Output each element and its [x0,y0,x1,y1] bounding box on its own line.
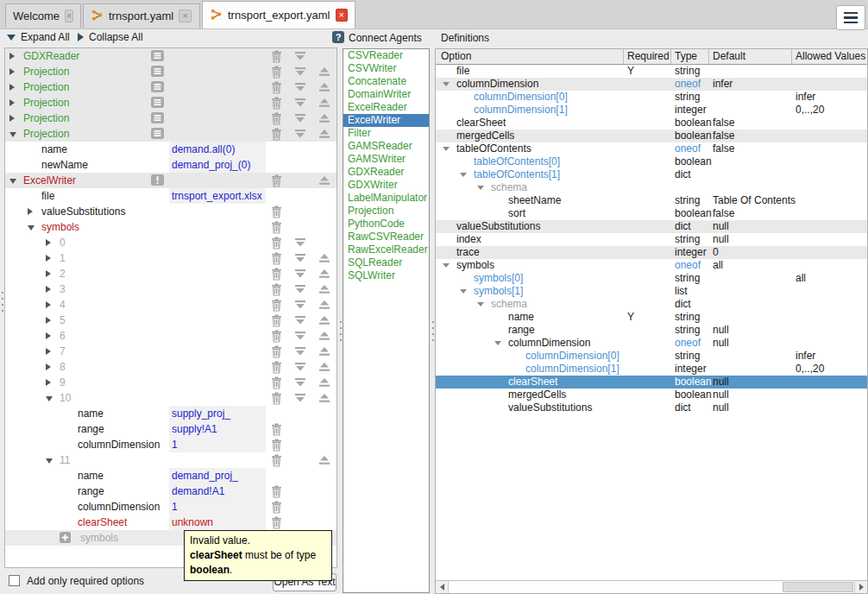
definition-row-file[interactable]: fileYstring [436,65,867,78]
definition-row-schema[interactable]: schema [436,181,867,194]
tree-value[interactable]: supply!A1 [169,421,266,437]
move-down-icon[interactable] [292,80,308,94]
scrollbar-handle[interactable] [783,582,853,592]
close-icon[interactable]: × [65,9,73,22]
delete-icon[interactable] [268,453,284,467]
expand-icon[interactable] [9,84,15,91]
expand-icon[interactable] [46,379,51,386]
tree-row-gdxreader[interactable]: GDXReader [5,48,337,64]
tree-value[interactable]: supply_proj_ [169,406,266,421]
definition-row-tableofcontents[1][interactable]: tableOfContents[1]dict [436,168,867,181]
agent-list-item-gamsreader[interactable]: GAMSReader [343,140,429,153]
option-label[interactable]: columnDimension[1] [474,104,568,117]
tree-row-projection[interactable]: Projection [5,126,337,142]
tree-row-3[interactable]: 3 [5,281,337,297]
collapse-icon[interactable] [443,147,450,151]
option-label[interactable]: tableOfContents[1] [474,168,560,181]
tree-row-range[interactable]: rangesupply!A1 [5,421,337,437]
definition-row-sheetname[interactable]: sheetNamestringTable Of Contents [436,194,867,207]
tree-value[interactable]: 1 [169,499,266,515]
column-header-required[interactable]: Required [627,50,670,62]
delete-icon[interactable] [268,500,284,514]
definition-row-symbols[1][interactable]: symbols[1]list [436,285,867,298]
expand-icon[interactable] [46,286,51,293]
delete-icon[interactable] [268,96,284,110]
move-up-icon[interactable] [317,96,332,110]
tree-row-5[interactable]: 5 [5,313,337,328]
expand-icon[interactable] [46,255,51,262]
delete-icon[interactable] [268,344,284,358]
tree-row-10[interactable]: 10 [5,390,337,406]
agent-list-item-concatenate[interactable]: Concatenate [343,75,429,88]
collapse-icon[interactable] [477,302,484,306]
move-down-icon[interactable] [292,298,308,312]
tree-row-clearsheet[interactable]: clearSheetunknown [5,515,337,530]
tree-value[interactable]: trnsport_export.xlsx [169,188,266,204]
expand-icon[interactable] [46,239,51,246]
move-up-icon[interactable] [317,298,332,312]
collapse-all-button[interactable]: Collapse All [78,31,143,43]
column-header-type[interactable]: Type [675,50,697,62]
add-symbol-icon[interactable] [60,532,71,547]
move-up-icon[interactable] [317,391,332,405]
column-header-default[interactable]: Default [713,50,745,62]
tree-row-1[interactable]: 1 [5,250,337,266]
tree-row-columndimension[interactable]: columnDimension1 [5,437,337,452]
expand-icon[interactable] [46,363,51,370]
move-up-icon[interactable] [317,65,332,79]
delete-icon[interactable] [268,251,284,265]
agent-list-item-pythoncode[interactable]: PythonCode [343,218,429,231]
option-label[interactable]: tableOfContents[0] [474,155,560,168]
definition-row-clearsheet[interactable]: clearSheetbooleannull [436,376,867,389]
agent-list-item-rawcsvreader[interactable]: RawCSVReader [343,231,429,243]
collapse-icon[interactable] [9,132,16,137]
expand-icon[interactable] [9,115,15,122]
tree-row-file[interactable]: filetrnsport_export.xlsx [5,188,337,204]
option-label[interactable]: columnDimension[0] [474,91,568,104]
tree-row-newname[interactable]: newNamedemand_proj_(0) [5,157,337,173]
move-up-icon[interactable] [317,282,332,296]
hamburger-menu-icon[interactable] [836,5,865,30]
collapse-icon[interactable] [477,186,484,190]
tab-trnsport-yaml[interactable]: trnsport.yaml × [83,3,200,28]
move-down-icon[interactable] [292,251,308,265]
delete-icon[interactable] [268,313,284,327]
expand-icon[interactable] [46,270,51,277]
move-down-icon[interactable] [292,329,308,343]
splitter-handle[interactable] [0,292,4,312]
collapse-icon[interactable] [46,396,53,401]
expand-all-button[interactable]: Expand All [7,31,70,43]
tree-row-6[interactable]: 6 [5,328,337,344]
tree-row-symbols[interactable]: symbols [5,219,337,235]
definition-row-tableofcontents[0][interactable]: tableOfContents[0]boolean [436,155,867,168]
tree-row-projection[interactable]: Projection [5,111,337,126]
agent-list-item-domainwriter[interactable]: DomainWriter [343,88,429,101]
splitter-handle[interactable] [338,321,343,341]
expand-icon[interactable] [46,317,51,324]
definition-row-tableofcontents[interactable]: tableOfContentsoneoffalse [436,142,867,155]
definition-row-valuesubstitutions[interactable]: valueSubstitutionsdictnull [436,401,867,414]
definition-row-range[interactable]: rangestringnull [436,324,867,337]
move-down-icon[interactable] [292,236,308,250]
tree-row-projection[interactable]: Projection [5,64,337,79]
tree-row-excelwriter[interactable]: ExcelWriter [5,173,337,188]
delete-icon[interactable] [268,80,284,94]
delete-icon[interactable] [268,174,284,187]
definition-row-columndimension[interactable]: columnDimensiononeofnull [436,337,867,350]
move-up-icon[interactable] [317,376,332,389]
column-header-option[interactable]: Option [441,50,471,62]
tree-row-0[interactable]: 0 [5,235,337,250]
delete-icon[interactable] [268,236,284,250]
collapse-icon[interactable] [28,225,35,231]
horizontal-scrollbar[interactable] [436,580,867,593]
definition-row-name[interactable]: nameYstring [436,311,867,324]
agent-list-item-sqlwriter[interactable]: SQLWriter [343,269,429,282]
definition-row-columndimension[0][interactable]: columnDimension[0]stringinfer [436,350,867,363]
agent-list-item-gdxwriter[interactable]: GDXWriter [343,179,429,192]
definition-row-valuesubstitutions[interactable]: valueSubstitutionsdictnull [436,220,867,233]
move-up-icon[interactable] [317,453,332,467]
agent-list-item-csvreader[interactable]: CSVReader [343,49,429,62]
definition-row-columndimension[1][interactable]: columnDimension[1]integer0,..,20 [436,104,867,117]
move-down-icon[interactable] [292,111,308,125]
move-down-icon[interactable] [292,96,308,110]
